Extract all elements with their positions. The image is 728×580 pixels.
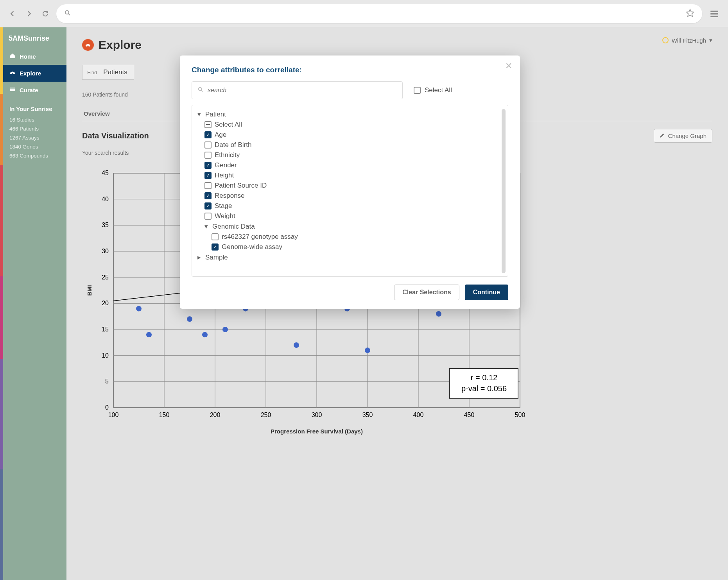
svg-point-86 [199, 88, 202, 91]
checkbox-icon: ✓ [204, 192, 212, 199]
svg-point-59 [202, 332, 208, 337]
svg-text:p-val = 0.056: p-val = 0.056 [461, 384, 507, 393]
tree-label: Height [215, 172, 234, 179]
tree-item-height[interactable]: ✓Height [197, 170, 502, 181]
tree-label: Stage [215, 202, 232, 210]
svg-text:100: 100 [108, 412, 119, 418]
url-bar[interactable] [56, 4, 702, 23]
user-name: Will FitzHugh [672, 37, 706, 44]
reload-button[interactable] [40, 8, 51, 19]
svg-rect-13 [87, 44, 89, 45]
svg-marker-1 [687, 9, 694, 16]
svg-text:BMI: BMI [86, 285, 93, 296]
user-menu[interactable]: Will FitzHugh ▾ [662, 37, 712, 44]
binoculars-icon [82, 39, 94, 51]
checkbox-icon [204, 141, 212, 149]
tree-label: Patient [205, 111, 226, 118]
svg-text:250: 250 [261, 412, 271, 418]
clear-selections-button[interactable]: Clear Selections [394, 285, 459, 300]
svg-text:15: 15 [102, 326, 109, 333]
tree-item-select-all[interactable]: Select All [197, 120, 502, 130]
modal-title: Change attributes to correllate: [192, 66, 508, 74]
binoculars-icon [9, 70, 16, 77]
scrollbar[interactable] [502, 109, 506, 273]
svg-text:400: 400 [413, 412, 424, 418]
section-heading: Data Visualization [82, 131, 149, 140]
sidebar-stat[interactable]: 466 Patients [9, 124, 60, 133]
brand-text: 5AMSunrise [9, 34, 49, 43]
tree-label: Sample [205, 254, 228, 261]
svg-rect-4 [710, 16, 718, 17]
checkbox-icon [204, 121, 212, 128]
checkbox-icon [204, 182, 212, 189]
tree-group-patient[interactable]: ▾Patient [197, 109, 502, 120]
svg-rect-3 [710, 13, 718, 14]
tree-label: Response [215, 192, 245, 200]
tree-label: Ethnicity [215, 151, 240, 159]
checkbox-icon [204, 152, 212, 159]
tree-label: Date of Birth [215, 141, 252, 149]
correlate-attributes-modal: ✕ Change attributes to correllate: Selec… [180, 55, 520, 309]
svg-text:r = 0.12: r = 0.12 [471, 373, 497, 382]
change-graph-button[interactable]: Change Graph [654, 129, 712, 143]
menu-button[interactable] [708, 7, 721, 20]
svg-text:0: 0 [105, 404, 109, 411]
sidebar-item-label: Curate [20, 87, 38, 93]
tree-item-weight[interactable]: Weight [197, 211, 502, 221]
tree-label: Genome-wide assay [222, 243, 282, 251]
bookmark-star-icon[interactable] [686, 9, 694, 19]
svg-text:5: 5 [105, 378, 109, 385]
tree-label: Select All [215, 121, 242, 129]
svg-point-71 [365, 347, 370, 353]
back-button[interactable] [7, 8, 18, 19]
checkbox-icon: ✓ [204, 172, 212, 179]
tree-group-sample[interactable]: ▸Sample [197, 252, 502, 263]
tree-item-patient-source-id[interactable]: Patient Source ID [197, 181, 502, 191]
tree-item-rs462327-genotype-assay[interactable]: rs462327 genotype assay [197, 232, 502, 242]
svg-rect-8 [10, 88, 15, 88]
tree-item-gender[interactable]: ✓Gender [197, 160, 502, 170]
accent-strip [0, 27, 3, 580]
tree-item-date-of-birth[interactable]: Date of Birth [197, 140, 502, 150]
sidebar-item-explore[interactable]: Explore [3, 65, 66, 82]
caret-right-icon: ▸ [197, 253, 202, 261]
tree-item-age[interactable]: ✓Age [197, 130, 502, 140]
sidebar-stat[interactable]: 663 Compounds [9, 151, 60, 160]
tab-overview[interactable]: Overview [82, 106, 111, 121]
tree-item-genome-wide-assay[interactable]: ✓Genome-wide assay [197, 242, 502, 252]
tree-item-response[interactable]: ✓Response [197, 191, 502, 201]
caret-down-icon: ▾ [204, 222, 209, 231]
continue-button[interactable]: Continue [465, 285, 508, 300]
tree-item-ethnicity[interactable]: Ethnicity [197, 150, 502, 160]
find-selector[interactable]: Find Patients [82, 65, 134, 80]
attribute-search-input[interactable] [192, 81, 403, 99]
svg-text:45: 45 [102, 170, 109, 176]
tree-item-stage[interactable]: ✓Stage [197, 201, 502, 211]
forward-button[interactable] [23, 8, 34, 19]
sidebar-stat[interactable]: 1267 Assays [9, 133, 60, 142]
checkbox-icon: ✓ [212, 243, 219, 251]
svg-text:150: 150 [159, 412, 170, 418]
svg-point-0 [65, 11, 69, 14]
browser-chrome [0, 0, 728, 27]
find-label: Find [82, 66, 102, 79]
svg-text:500: 500 [515, 412, 525, 418]
close-button[interactable]: ✕ [505, 61, 512, 71]
svg-point-56 [136, 306, 142, 311]
sidebar-item-curate[interactable]: Curate [3, 82, 66, 98]
sidebar-stat[interactable]: 16 Studies [9, 115, 60, 124]
svg-text:25: 25 [102, 274, 109, 281]
layers-icon [9, 86, 16, 94]
home-icon [9, 53, 16, 60]
svg-text:Progression Free Survival (Day: Progression Free Survival (Days) [271, 428, 363, 435]
checkbox-icon [212, 233, 219, 240]
sidebar-stat[interactable]: 1840 Genes [9, 142, 60, 151]
tree-label: Weight [215, 212, 235, 220]
sidebar-item-home[interactable]: Home [3, 48, 66, 65]
svg-text:35: 35 [102, 222, 109, 228]
tree-label: Age [215, 131, 226, 139]
tree-group-genomic-data[interactable]: ▾Genomic Data [197, 221, 502, 232]
checkbox-icon: ✓ [204, 202, 212, 209]
tree-label: Patient Source ID [215, 182, 267, 190]
select-all-checkbox[interactable]: Select All [414, 86, 452, 94]
